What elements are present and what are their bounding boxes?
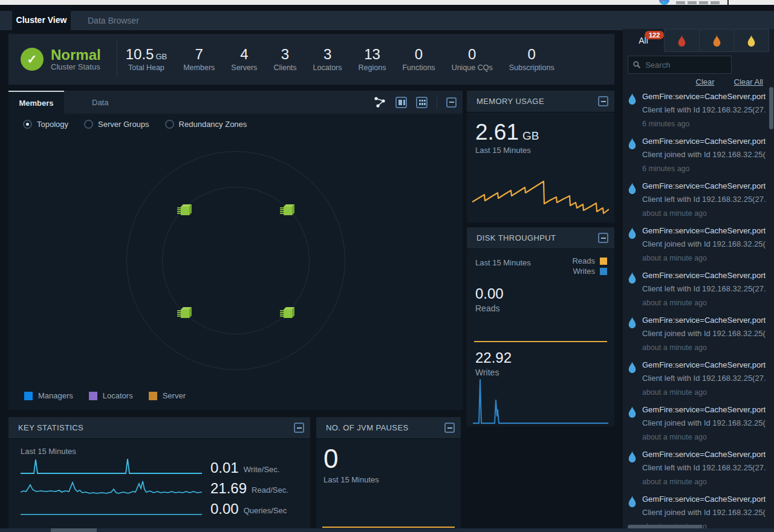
memory-usage-unit: GB <box>522 129 539 143</box>
brand-logo-fragment <box>688 1 697 4</box>
disk-throughput-collapse-button[interactable] <box>598 233 608 243</box>
key-statistics-widget: KEY STATISTICS Last 15 Minutes 0.01 Writ… <box>8 417 310 532</box>
radio-topology[interactable]: Topology <box>23 120 68 129</box>
alert-item[interactable]: GemFire:service=CacheServer,port=404 Cli… <box>628 226 766 271</box>
key-statistics-title: KEY STATISTICS <box>18 423 83 432</box>
warning-flame-icon <box>747 35 756 47</box>
legend-server: Server <box>149 391 186 400</box>
clear-all-link[interactable]: Clear All <box>734 77 763 86</box>
disk-writes-chart <box>473 378 608 424</box>
tab-cluster-view[interactable]: Cluster View <box>12 5 71 30</box>
alerts-search-box <box>628 56 732 74</box>
read-per-sec-row: 21.69 Read/Sec. <box>21 475 303 496</box>
alert-item[interactable]: GemFire:service=CacheServer,port=404 Cli… <box>628 137 766 181</box>
radio-icon <box>165 120 174 129</box>
brand-logo-fragment <box>711 1 720 4</box>
disk-reads-label: Reads <box>475 303 614 313</box>
alerts-severity-tabs <box>664 29 769 52</box>
status-check-icon: ✓ <box>21 48 44 71</box>
brand-logo-icon <box>659 0 669 5</box>
tab-members[interactable]: Members <box>8 91 64 114</box>
stat-members: 7 Members <box>183 47 215 72</box>
members-widget: Members Data <box>8 91 463 410</box>
cluster-state-caption: Cluster Status <box>51 62 101 71</box>
pulse-dashboard: Cluster View Data Browser ✓ Normal Clust… <box>0 0 774 532</box>
tab-data-browser[interactable]: Data Browser <box>71 11 156 30</box>
jvm-pauses-caption: Last 15 Minutes <box>324 475 461 484</box>
cluster-status-bar: ✓ Normal Cluster Status 10.5GB Total Hea… <box>8 34 614 85</box>
brand-header-strip <box>0 0 774 5</box>
tab-data[interactable]: Data <box>79 91 122 114</box>
members-collapse-button[interactable] <box>446 97 457 108</box>
memory-usage-chart <box>472 170 609 219</box>
brand-separator <box>727 0 729 5</box>
stat-locators: 3 Locators <box>313 47 342 72</box>
radio-server-groups[interactable]: Server Groups <box>84 120 149 129</box>
alert-flame-icon <box>628 362 637 373</box>
disk-reads-chart-line <box>474 341 607 342</box>
jvm-pauses-collapse-button[interactable] <box>444 423 455 433</box>
jvm-pauses-chart-line <box>322 527 455 528</box>
disk-reads-value: 0.00 <box>475 287 614 301</box>
alert-flame-icon <box>628 496 637 507</box>
write-per-sec-row: 0.01 Write/Sec. <box>21 455 303 475</box>
search-input[interactable] <box>645 60 726 70</box>
radio-selected-icon <box>23 120 32 129</box>
writes-swatch <box>600 268 607 275</box>
stat-subscriptions: 0 Subscriptions <box>509 47 554 72</box>
radio-redundancy-zones[interactable]: Redundancy Zones <box>165 120 247 129</box>
memory-usage-collapse-button[interactable] <box>598 96 608 106</box>
jvm-pauses-value: 0 <box>324 444 461 474</box>
disk-throughput-title: DISK THROUGHPUT <box>476 233 556 242</box>
legend-managers: Managers <box>24 391 73 400</box>
stat-regions: 13 Regions <box>359 47 386 72</box>
alert-item[interactable]: GemFire:service=CacheServer,port=404 Cli… <box>628 405 766 450</box>
clear-link[interactable]: Clear <box>696 77 715 86</box>
severe-flame-icon <box>677 35 686 47</box>
search-icon <box>633 60 640 69</box>
disk-writes-value: 22.92 <box>475 351 512 365</box>
alerts-tab-all[interactable]: All 122 <box>623 29 664 52</box>
key-statistics-collapse-button[interactable] <box>294 423 304 433</box>
alert-item[interactable]: GemFire:service=CacheServer,port=404 Cli… <box>628 271 766 316</box>
server-node-icon[interactable] <box>177 305 192 321</box>
server-node-icon[interactable] <box>177 203 192 218</box>
queries-sparkline-chart <box>21 498 202 516</box>
alert-item[interactable]: GemFire:service=CacheServer,port=404 Cli… <box>628 360 766 405</box>
alerts-sidebar: All 122 <box>623 29 774 532</box>
jvm-pauses-title: NO. OF JVM PAUSES <box>326 423 409 432</box>
alerts-vertical-scrollbar[interactable] <box>769 87 773 129</box>
reads-swatch <box>600 258 607 265</box>
alert-flame-icon <box>628 451 637 462</box>
disk-throughput-caption: Last 15 Minutes <box>475 258 531 277</box>
grid-view-icon[interactable] <box>416 97 428 108</box>
treemap-view-icon[interactable] <box>395 97 407 108</box>
alert-flame-icon <box>628 93 637 105</box>
cluster-status-state: ✓ Normal Cluster Status <box>8 41 117 77</box>
alerts-tab-severe[interactable] <box>665 30 699 51</box>
alert-flame-icon <box>628 406 637 418</box>
alert-item[interactable]: GemFire:service=CacheServer,port=404 Cli… <box>628 92 766 137</box>
main-nav: Cluster View Data Browser <box>0 5 774 30</box>
alert-flame-icon <box>628 227 637 239</box>
alert-flame-icon <box>628 272 637 284</box>
managers-swatch <box>24 392 33 400</box>
disk-writes-label: Writes <box>475 368 512 377</box>
alert-item[interactable]: GemFire:service=CacheServer,port=404 Cli… <box>628 181 766 226</box>
cluster-stats: 10.5GB Total Heap 7 Members 4 Servers 3 … <box>117 47 554 72</box>
alerts-tab-warning[interactable] <box>733 30 769 51</box>
alert-item[interactable]: GemFire:service=CacheServer,port=404 Cli… <box>628 450 766 495</box>
error-flame-icon <box>712 35 721 47</box>
stat-unique-cqs: 0 Unique CQs <box>452 47 493 72</box>
topology-view-icon[interactable] <box>373 96 386 108</box>
brand-logo-fragment <box>699 1 708 4</box>
server-node-icon[interactable] <box>279 203 295 218</box>
queries-per-sec-row: 0.00 Queries/Sec <box>21 496 303 516</box>
server-node-icon[interactable] <box>279 305 295 321</box>
alert-item[interactable]: GemFire:service=CacheServer,port=404 Cli… <box>628 316 766 360</box>
members-widget-tabs: Members Data <box>8 91 463 114</box>
disk-throughput-widget: DISK THROUGHPUT Last 15 Minutes Reads Wr… <box>467 227 614 426</box>
page-horizontal-scrollbar[interactable] <box>51 528 97 532</box>
alert-flame-icon <box>628 183 637 194</box>
alerts-tab-error[interactable] <box>699 30 734 51</box>
